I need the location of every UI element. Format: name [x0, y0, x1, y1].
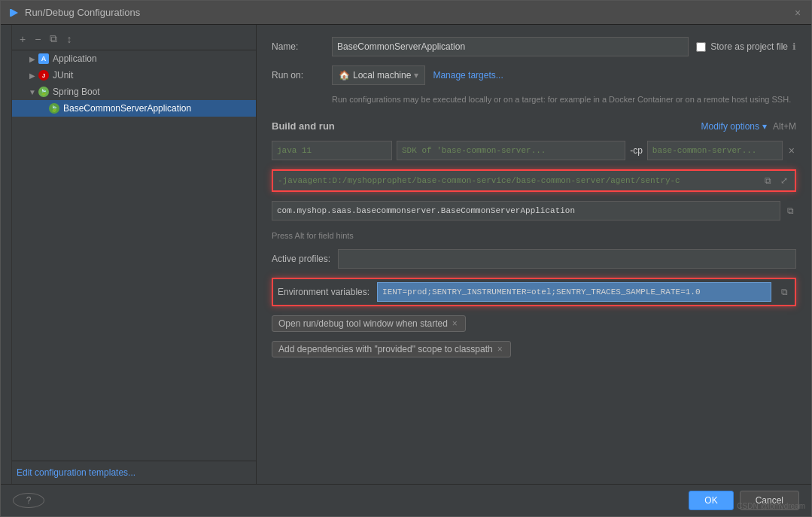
sidebar-item-base-common[interactable]: 🍃 BaseCommonServerApplication	[12, 100, 256, 117]
java-version-input[interactable]	[272, 141, 392, 160]
modify-options-button[interactable]: Modify options ▾ Alt+M	[701, 121, 796, 132]
arrow-application: ▶	[27, 53, 38, 64]
profiles-label: Active profiles:	[272, 254, 330, 264]
tags-row: Open run/debug tool window when started …	[272, 315, 796, 332]
sidebar-label-application: Application	[53, 53, 97, 64]
run-on-value: Local machine	[353, 70, 411, 81]
run-hint: Run configurations may be executed local…	[332, 94, 796, 105]
dialog-title: Run/Debug Configurations	[25, 7, 140, 18]
store-checkbox-row: Store as project file ℹ	[696, 41, 796, 52]
sidebar-toolbar: + − ⧉ ↕	[12, 28, 256, 50]
help-button[interactable]: ?	[13, 493, 44, 508]
env-vars-row: Environment variables: ⧉	[272, 278, 796, 306]
dialog-footer: ? OK Cancel	[1, 484, 811, 516]
build-run-java-row: -cp ×	[272, 141, 796, 160]
build-run-header: Build and run Modify options ▾ Alt+M	[272, 120, 796, 132]
watermark: CSDN @lbmydream	[737, 502, 805, 510]
profiles-input[interactable]	[338, 249, 796, 269]
field-hints: Press Alt for field hints	[272, 231, 796, 240]
sdk-input[interactable]	[397, 141, 625, 160]
tag-add-deps-close[interactable]: ×	[496, 344, 504, 354]
title-bar: Run/Debug Configurations ×	[1, 1, 811, 25]
run-on-row: Run on: 🏠 Local machine ▾ Manage targets…	[272, 65, 796, 85]
store-checkbox[interactable]	[696, 42, 706, 52]
run-on-chevron-icon: ▾	[414, 70, 418, 81]
sidebar-label-junit: JUnit	[53, 70, 73, 81]
store-info-icon: ℹ	[792, 41, 796, 52]
vm-options-row: -javaagent:D:/myshopprophet/base-common-…	[272, 169, 796, 192]
close-button[interactable]: ×	[792, 7, 804, 19]
sidebar-item-application[interactable]: ▶ A Application	[12, 50, 256, 67]
title-controls: ×	[792, 7, 804, 19]
vm-options-text: -javaagent:D:/myshopprophet/base-common-…	[278, 176, 758, 185]
add-config-button[interactable]: +	[17, 32, 29, 47]
name-input[interactable]	[332, 37, 689, 56]
name-row: Name: Store as project file ℹ	[272, 37, 796, 56]
vm-options-expand-button[interactable]: ⤢	[778, 175, 790, 187]
left-gutter	[1, 25, 12, 484]
right-panel: Name: Store as project file ℹ Run on: 🏠 …	[257, 25, 811, 484]
run-debug-dialog: Run/Debug Configurations × + − ⧉ ↕ ▶ A	[0, 0, 812, 517]
tag-open-tool-window-close[interactable]: ×	[451, 318, 459, 329]
modify-shortcut: Alt+M	[773, 121, 796, 132]
svg-rect-1	[10, 9, 11, 17]
title-bar-left: Run/Debug Configurations	[8, 7, 140, 19]
tags-row-2: Add dependencies with "provided" scope t…	[272, 341, 796, 357]
sidebar-label-base-common: BaseCommonServerApplication	[63, 103, 191, 114]
sidebar-item-junit[interactable]: ▶ J JUnit	[12, 67, 256, 84]
build-run-title: Build and run	[272, 120, 335, 132]
app-icon: A	[38, 53, 50, 65]
main-class-row: ⧉	[272, 201, 796, 220]
manage-targets-link[interactable]: Manage targets...	[433, 70, 503, 81]
sidebar-label-spring: Spring Boot	[53, 87, 100, 97]
copy-config-button[interactable]: ⧉	[47, 31, 60, 47]
tag-open-tool-window-label: Open run/debug tool window when started	[278, 318, 448, 329]
modify-options-label: Modify options	[701, 121, 759, 132]
run-on-label: Run on:	[272, 70, 324, 81]
arrow-base-common	[42, 103, 48, 114]
store-label: Store as project file	[710, 41, 788, 52]
arrow-junit: ▶	[27, 70, 38, 81]
tag-open-tool-window: Open run/debug tool window when started …	[272, 315, 466, 332]
main-content: + − ⧉ ↕ ▶ A Application ▶ J JUnit	[1, 25, 811, 484]
tag-add-deps: Add dependencies with "provided" scope t…	[272, 341, 511, 357]
junit-icon: J	[38, 69, 50, 81]
sidebar-footer: Edit configuration templates...	[12, 461, 256, 484]
env-vars-label: Environment variables:	[278, 287, 370, 297]
modify-chevron-icon: ▾	[762, 121, 767, 132]
dialog-icon	[8, 7, 20, 19]
arrow-spring: ▼	[27, 87, 38, 97]
tag-add-deps-label: Add dependencies with "provided" scope t…	[278, 344, 493, 354]
svg-marker-0	[11, 9, 18, 17]
ok-button[interactable]: OK	[689, 491, 733, 510]
name-label: Name:	[272, 41, 324, 52]
run-on-icon: 🏠	[339, 70, 350, 81]
env-vars-input[interactable]	[377, 282, 771, 302]
edit-templates-link[interactable]: Edit configuration templates...	[17, 467, 135, 478]
springfile-icon: 🍃	[48, 102, 60, 114]
run-on-dropdown[interactable]: 🏠 Local machine ▾	[332, 65, 425, 85]
sidebar-item-spring-boot[interactable]: ▼ 🍃 Spring Boot	[12, 84, 256, 100]
remove-config-button[interactable]: −	[32, 32, 44, 47]
main-class-copy-button[interactable]: ⧉	[785, 205, 796, 217]
cp-flag: -cp	[630, 145, 643, 156]
env-vars-copy-button[interactable]: ⧉	[779, 286, 790, 298]
profiles-row: Active profiles:	[272, 249, 796, 269]
vm-options-copy-button[interactable]: ⧉	[762, 175, 774, 187]
module-input[interactable]	[647, 141, 783, 160]
main-class-input[interactable]	[272, 201, 780, 220]
build-row-close-button[interactable]: ×	[787, 143, 796, 158]
sidebar: + − ⧉ ↕ ▶ A Application ▶ J JUnit	[12, 25, 257, 484]
sort-config-button[interactable]: ↕	[63, 32, 75, 47]
spring-icon: 🍃	[38, 86, 50, 98]
